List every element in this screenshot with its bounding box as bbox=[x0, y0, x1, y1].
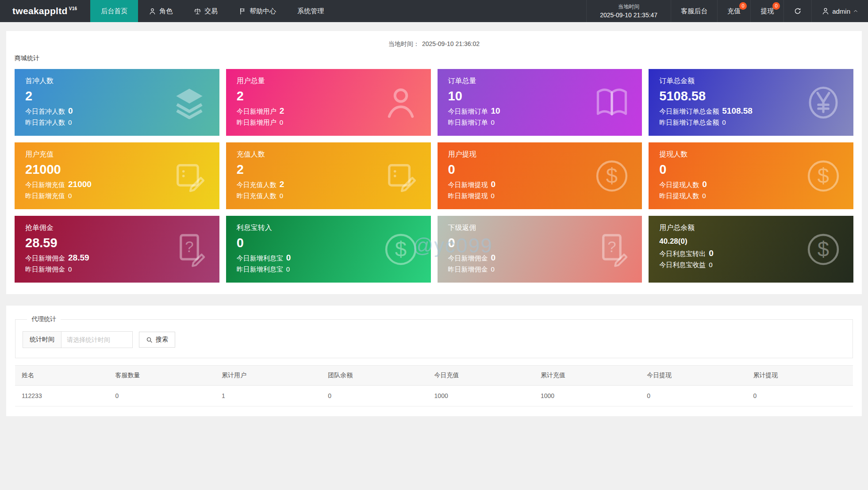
nav-items: 后台首页 角色 交易 帮助中心 系统管理 bbox=[90, 0, 334, 22]
page-local-time-label: 当地时间： bbox=[388, 40, 419, 47]
recharge-link[interactable]: 充值 0 bbox=[717, 0, 750, 22]
yen-circle-icon bbox=[805, 84, 842, 121]
user-menu[interactable]: admin bbox=[811, 0, 868, 22]
search-button-label: 搜索 bbox=[156, 336, 168, 344]
stat-cards-grid: 首冲人数 2 今日首冲人数0 昨日首冲人数0 用户总量 2 今日新增用户2 昨日… bbox=[6, 69, 862, 294]
app-version: V16 bbox=[69, 6, 77, 11]
withdraw-badge: 0 bbox=[772, 2, 780, 10]
support-backend-label: 客服后台 bbox=[681, 7, 707, 15]
stat-card-11: 下级返佣 0 今日新增佣金0 昨日新增佣金0 bbox=[438, 216, 642, 283]
username: admin bbox=[832, 8, 850, 15]
search-button[interactable]: 搜索 bbox=[139, 332, 175, 348]
table-header-cell: 累计提现 bbox=[747, 366, 853, 386]
agent-table-header-row: 姓名客服数量累计用户团队余额今日充值累计充值今日提现累计提现 bbox=[15, 366, 853, 386]
table-cell: 1000 bbox=[534, 386, 640, 406]
overview-panel: 当地时间：2025-09-10 21:36:02 商城统计 首冲人数 2 今日首… bbox=[6, 31, 862, 294]
top-navbar: tweakappltdV16 后台首页 角色 交易 帮助中心 系统管理 当地时间… bbox=[0, 0, 868, 22]
question-edit-icon bbox=[593, 231, 630, 268]
local-time-label: 当地时间 bbox=[600, 3, 657, 11]
table-header-cell: 客服数量 bbox=[109, 366, 215, 386]
person-icon bbox=[382, 84, 419, 121]
agent-stats-title: 代理统计 bbox=[27, 315, 61, 323]
stat-card-9: 抢单佣金 28.59 今日新增佣金28.59 昨日新增佣金0 bbox=[15, 216, 219, 283]
person-icon bbox=[149, 8, 156, 15]
page-local-time-value: 2025-09-10 21:36:02 bbox=[422, 40, 480, 47]
dollar-circle-icon bbox=[593, 157, 630, 195]
dollar-circle-icon bbox=[382, 231, 419, 268]
stat-card-12: 用户总余额 40.28(0) 今日利息宝转出0 今日利息宝收益0 bbox=[649, 216, 853, 283]
table-cell: 0 bbox=[109, 386, 215, 406]
search-icon bbox=[146, 337, 153, 343]
stat-card-1: 首冲人数 2 今日首冲人数0 昨日首冲人数0 bbox=[15, 69, 219, 136]
stat-time-input[interactable] bbox=[61, 332, 132, 348]
nav-item-help[interactable]: 帮助中心 bbox=[228, 0, 287, 22]
question-edit-icon bbox=[171, 231, 208, 268]
chevron-up-icon bbox=[853, 8, 858, 14]
navbar-right: 当地时间 2025-09-10 21:35:47 客服后台 充值 0 提现 0 … bbox=[586, 0, 868, 22]
agent-stats-fieldset: 代理统计 统计时间 搜索 bbox=[15, 315, 853, 358]
nav-item-roles[interactable]: 角色 bbox=[138, 0, 183, 22]
support-backend-link[interactable]: 客服后台 bbox=[671, 0, 717, 22]
nav-item-trade[interactable]: 交易 bbox=[183, 0, 228, 22]
stat-card-6: 充值人数 2 今日充值人数2 昨日充值人数0 bbox=[226, 142, 431, 209]
stat-card-2: 用户总量 2 今日新增用户2 昨日新增用户0 bbox=[226, 69, 431, 136]
stat-time-input-group: 统计时间 bbox=[23, 331, 133, 348]
table-header-cell: 今日提现 bbox=[640, 366, 746, 386]
table-cell: 0 bbox=[640, 386, 746, 406]
shop-stats-title: 商城统计 bbox=[6, 51, 862, 69]
withdraw-label: 提现 bbox=[760, 7, 774, 15]
refresh-button[interactable] bbox=[784, 0, 811, 22]
withdraw-link[interactable]: 提现 0 bbox=[750, 0, 784, 22]
dollar-circle-icon bbox=[805, 231, 842, 268]
table-header-cell: 姓名 bbox=[15, 366, 109, 386]
table-row: 1122330101000100000 bbox=[15, 386, 853, 406]
table-cell: 1 bbox=[215, 386, 321, 406]
recharge-label: 充值 bbox=[727, 7, 741, 15]
book-icon bbox=[593, 84, 630, 121]
dollar-circle-icon bbox=[805, 157, 842, 195]
navbar-local-time: 当地时间 2025-09-10 21:35:47 bbox=[586, 0, 671, 22]
table-cell: 1000 bbox=[428, 386, 534, 406]
table-cell: 112233 bbox=[15, 386, 109, 406]
scales-icon bbox=[194, 8, 201, 15]
nav-item-home[interactable]: 后台首页 bbox=[90, 0, 138, 22]
flag-icon bbox=[239, 8, 246, 15]
edit-note-icon bbox=[171, 157, 208, 195]
stat-card-4: 订单总金额 5108.58 今日新增订单总金额5108.58 昨日新增订单总金额… bbox=[649, 69, 853, 136]
app-logo-text: tweakappltd bbox=[12, 6, 68, 16]
person-icon bbox=[822, 7, 830, 15]
page-local-time: 当地时间：2025-09-10 21:36:02 bbox=[6, 31, 862, 51]
table-header-cell: 团队余额 bbox=[321, 366, 427, 386]
edit-note-icon bbox=[382, 157, 419, 195]
table-cell: 0 bbox=[747, 386, 853, 406]
app-logo: tweakappltdV16 bbox=[0, 0, 90, 22]
stat-card-7: 用户提现 0 今日新增提现0 昨日新增提现0 bbox=[438, 142, 642, 209]
table-header-cell: 今日充值 bbox=[428, 366, 534, 386]
table-header-cell: 累计用户 bbox=[215, 366, 321, 386]
layers-icon bbox=[171, 84, 208, 121]
table-cell: 0 bbox=[321, 386, 427, 406]
refresh-icon bbox=[794, 7, 802, 15]
agent-filter-row: 统计时间 搜索 bbox=[23, 331, 845, 348]
stat-card-5: 用户充值 21000 今日新增充值21000 昨日新增充值0 bbox=[15, 142, 219, 209]
stat-card-10: 利息宝转入 0 今日新增利息宝0 昨日新增利息宝0 bbox=[226, 216, 431, 283]
stat-card-3: 订单总量 10 今日新增订单10 昨日新增订单0 bbox=[438, 69, 642, 136]
local-time-value: 2025-09-10 21:35:47 bbox=[600, 11, 657, 20]
recharge-badge: 0 bbox=[739, 2, 747, 10]
table-header-cell: 累计充值 bbox=[534, 366, 640, 386]
nav-item-system[interactable]: 系统管理 bbox=[287, 0, 334, 22]
stat-card-8: 提现人数 0 今日提现人数0 昨日提现人数0 bbox=[649, 142, 853, 209]
agent-table: 姓名客服数量累计用户团队余额今日充值累计充值今日提现累计提现 112233010… bbox=[15, 365, 853, 406]
stat-time-label: 统计时间 bbox=[23, 332, 61, 348]
agent-panel: 代理统计 统计时间 搜索 姓名客服数量累计用户团队余额今日充值累计充值今日提现累… bbox=[6, 306, 862, 416]
agent-table-body: 1122330101000100000 bbox=[15, 386, 853, 406]
